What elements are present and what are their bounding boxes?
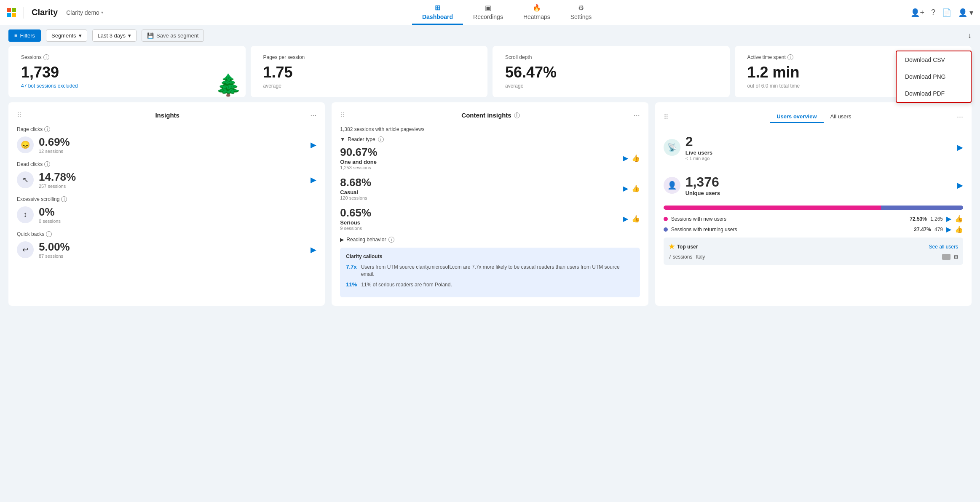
insights-menu-icon[interactable]: ··· xyxy=(310,111,316,120)
live-users-info: 2 Live users < 1 min ago xyxy=(685,134,712,161)
save-segment-label: Save as segment xyxy=(156,32,198,39)
download-pdf-item[interactable]: Download PDF xyxy=(897,85,971,102)
nav-recordings-label: Recordings xyxy=(473,13,503,20)
callout-text-1: Users from UTM source clarity.microsoft.… xyxy=(361,264,634,278)
top-navigation: Clarity Clarity demo ▾ ⊞ Dashboard ▣ Rec… xyxy=(0,0,980,25)
callout-val-2: 11% xyxy=(346,281,357,288)
rage-clicks-info-icon[interactable]: i xyxy=(44,126,50,132)
serious-rec-icon[interactable]: ▶ xyxy=(623,215,628,223)
users-overview-menu-icon[interactable]: ··· xyxy=(957,112,963,121)
content-insights-info-icon[interactable]: i xyxy=(514,112,520,118)
settings-icon: ⚙ xyxy=(578,4,584,12)
callout-text-2: 11% of serious readers are from Poland. xyxy=(361,281,452,288)
content-insights-drag-handle[interactable]: ⠿ xyxy=(340,111,345,119)
dead-clicks-info-icon[interactable]: i xyxy=(44,161,50,167)
reader-type-toggle[interactable]: ▼ Reader type i xyxy=(340,136,640,142)
save-segment-button[interactable]: 💾 Save as segment xyxy=(142,29,204,42)
nav-settings[interactable]: ⚙ Settings xyxy=(560,0,602,25)
quick-backs-info-icon[interactable]: i xyxy=(46,231,52,237)
download-png-item[interactable]: Download PNG xyxy=(897,68,971,85)
reader-casual-info: 8.68% Casual 120 sessions xyxy=(340,176,378,200)
tab-users-overview[interactable]: Users overview xyxy=(770,111,823,123)
topnav-right-actions: 👤+ ? 📄 👤 ▾ xyxy=(910,8,973,17)
users-overview-drag-handle[interactable]: ⠿ xyxy=(664,113,669,121)
toolbar-right: ↓ xyxy=(968,31,972,40)
docs-icon[interactable]: 📄 xyxy=(942,8,951,17)
reader-casual-pct: 8.68% xyxy=(340,176,378,189)
one-and-done-thumb-icon[interactable]: 👍 xyxy=(632,154,640,162)
top-user-header: ★ Top user See all users xyxy=(669,243,958,251)
see-all-users-link[interactable]: See all users xyxy=(929,244,958,250)
stat-scroll-value: 56.47% xyxy=(505,64,717,81)
reader-casual-label: Casual xyxy=(340,189,378,195)
app-name: Clarity xyxy=(32,8,58,17)
reader-type-info-icon[interactable]: i xyxy=(378,136,384,142)
dead-clicks-value-group: 14.78% 257 sessions xyxy=(39,171,76,189)
returning-users-rec-icon[interactable]: ▶ xyxy=(946,225,951,233)
rage-clicks-value: 0.69% xyxy=(39,136,70,149)
share-icon[interactable]: 👤+ xyxy=(910,8,924,17)
returning-users-bar xyxy=(881,206,963,210)
callout-item-1: 7.7x Users from UTM source clarity.micro… xyxy=(346,264,634,278)
nav-recordings[interactable]: ▣ Recordings xyxy=(463,0,513,25)
active-time-info-icon[interactable]: i xyxy=(787,54,793,60)
nav-heatmaps[interactable]: 🔥 Heatmaps xyxy=(513,0,560,25)
reading-behavior-info-icon[interactable]: i xyxy=(388,237,394,243)
new-users-rec-icon[interactable]: ▶ xyxy=(946,215,951,223)
account-icon[interactable]: 👤 ▾ xyxy=(958,8,973,17)
reading-behavior-toggle[interactable]: ▶ Reading behavior i xyxy=(340,237,640,243)
reader-serious-label: Serious xyxy=(340,219,378,226)
live-users-rec-icon[interactable]: ▶ xyxy=(957,143,963,152)
toolbar: ≡ Filters Segments ▾ Last 3 days ▾ 💾 Sav… xyxy=(0,25,980,46)
casual-rec-icon[interactable]: ▶ xyxy=(623,184,628,192)
excessive-scrolling-value: 0% xyxy=(39,206,61,219)
date-chevron-icon: ▾ xyxy=(128,32,131,39)
serious-thumb-icon[interactable]: 👍 xyxy=(632,215,640,223)
top-user-title: ★ Top user xyxy=(669,243,698,251)
filters-button[interactable]: ≡ Filters xyxy=(8,29,41,42)
download-dropdown-menu: Download CSV Download PNG Download PDF xyxy=(896,51,972,103)
top-user-section: ★ Top user See all users 7 sessions Ital… xyxy=(664,238,963,265)
segments-button[interactable]: Segments ▾ xyxy=(46,29,87,42)
one-and-done-rec-icon[interactable]: ▶ xyxy=(623,154,628,162)
dashboard-icon: ⊞ xyxy=(435,4,440,12)
returning-users-thumb-icon[interactable]: 👍 xyxy=(955,225,963,233)
date-range-button[interactable]: Last 3 days ▾ xyxy=(92,29,137,42)
stat-sessions-value: 1,739 xyxy=(21,64,233,81)
callout-val-1: 7.7x xyxy=(346,264,356,278)
dead-clicks-recording-icon[interactable]: ▶ xyxy=(311,175,316,184)
live-users-label: Live users xyxy=(685,150,712,156)
top-user-row: 7 sessions Italy ⊞ xyxy=(669,254,958,260)
unique-users-rec-icon[interactable]: ▶ xyxy=(957,181,963,190)
excessive-scrolling-icon: ↕ xyxy=(17,206,34,223)
excessive-scrolling-info-icon[interactable]: i xyxy=(61,196,67,202)
tab-all-users[interactable]: All users xyxy=(824,111,858,123)
download-csv-item[interactable]: Download CSV xyxy=(897,51,971,68)
top-user-grid-icon[interactable]: ⊞ xyxy=(954,254,958,260)
new-users-thumb-icon[interactable]: 👍 xyxy=(955,215,963,223)
quick-backs-recording-icon[interactable]: ▶ xyxy=(311,245,316,254)
top-user-sessions: 7 sessions xyxy=(669,254,693,260)
nav-settings-label: Settings xyxy=(570,13,592,20)
rage-clicks-recording-icon[interactable]: ▶ xyxy=(311,140,316,150)
content-insights-menu-icon[interactable]: ··· xyxy=(634,111,640,120)
project-selector[interactable]: Clarity demo ▾ xyxy=(66,9,103,16)
dead-clicks-section: Dead clicks i ↖ 14.78% 257 sessions ▶ xyxy=(17,161,316,189)
recordings-icon: ▣ xyxy=(485,4,491,12)
save-icon: 💾 xyxy=(147,32,154,39)
microsoft-logo xyxy=(7,8,16,17)
nav-divider xyxy=(24,7,24,19)
sessions-info-icon[interactable]: i xyxy=(43,54,49,60)
rage-clicks-row: 😞 0.69% 12 sessions ▶ xyxy=(17,136,316,154)
help-icon[interactable]: ? xyxy=(931,8,935,17)
italy-flag-icon xyxy=(942,254,951,260)
top-user-label: Top user xyxy=(677,244,698,250)
live-users-section: 📡 2 Live users < 1 min ago ▶ xyxy=(664,130,963,165)
casual-thumb-icon[interactable]: 👍 xyxy=(632,184,640,192)
nav-dashboard[interactable]: ⊞ Dashboard xyxy=(412,0,463,25)
nav-dashboard-label: Dashboard xyxy=(422,13,453,20)
heatmaps-icon: 🔥 xyxy=(533,4,541,12)
download-icon[interactable]: ↓ xyxy=(968,31,972,40)
quick-backs-value-group: 5.00% 87 sessions xyxy=(39,240,70,259)
insights-drag-handle[interactable]: ⠿ xyxy=(17,111,22,119)
